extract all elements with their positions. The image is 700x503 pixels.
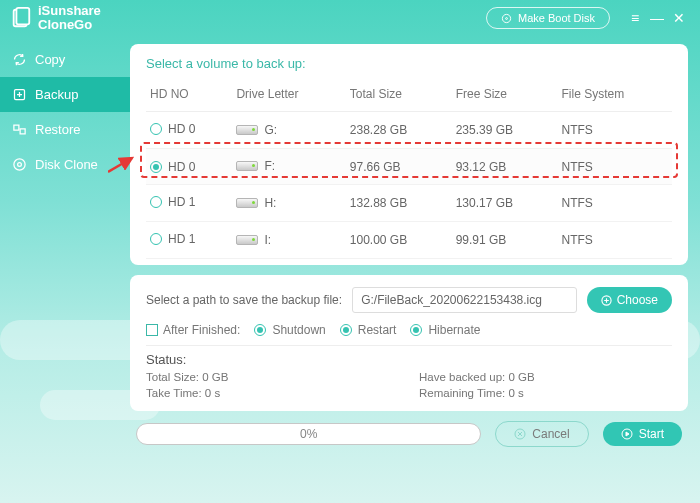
cell-fs: NTFS [558, 149, 673, 185]
radio-icon [150, 196, 162, 208]
cell-hd: HD 1 [168, 232, 195, 246]
title-bar: iSunshare CloneGo Make Boot Disk ≡ — ✕ [0, 0, 700, 36]
cell-total: 238.28 GB [346, 112, 452, 149]
opt-hibernate[interactable]: Hibernate [410, 323, 480, 337]
cell-letter: H: [264, 196, 276, 210]
brand-line2: CloneGo [38, 18, 101, 32]
sidebar-item-copy[interactable]: Copy [0, 42, 130, 77]
sidebar-item-backup[interactable]: Backup [0, 77, 130, 112]
cell-total: 100.00 GB [346, 222, 452, 259]
radio-icon [150, 161, 162, 173]
sidebar-label-backup: Backup [35, 87, 78, 102]
sidebar-label-restore: Restore [35, 122, 81, 137]
svg-rect-5 [14, 125, 19, 130]
save-path-input[interactable] [352, 287, 577, 313]
progress-text: 0% [300, 427, 317, 441]
choose-button[interactable]: Choose [587, 287, 672, 313]
drive-icon [236, 198, 258, 208]
status-header: Status: [146, 352, 672, 367]
restore-icon [12, 122, 27, 137]
cell-free: 99.91 GB [452, 222, 558, 259]
sidebar-item-diskclone[interactable]: Disk Clone [0, 147, 130, 182]
app-logo-icon [10, 7, 32, 29]
save-path-label: Select a path to save the backup file: [146, 293, 342, 307]
cell-letter: G: [264, 123, 277, 137]
status-total: Total Size: 0 GB [146, 371, 399, 383]
refresh-icon [12, 52, 27, 67]
choose-label: Choose [617, 293, 658, 307]
cell-total: 97.66 GB [346, 149, 452, 185]
close-button[interactable]: ✕ [668, 10, 690, 26]
volume-row[interactable]: HD 1 H: 132.88 GB 130.17 GB NTFS [146, 185, 672, 222]
cell-hd: HD 0 [168, 160, 195, 174]
cancel-button[interactable]: Cancel [495, 421, 588, 447]
sidebar: Copy Backup Restore Disk Clone [0, 36, 130, 503]
progress-bar: 0% [136, 423, 481, 445]
cell-fs: NTFS [558, 222, 673, 259]
cell-hd: HD 1 [168, 195, 195, 209]
cell-fs: NTFS [558, 185, 673, 222]
volume-panel: Select a volume to back up: HD NO Drive … [130, 44, 688, 265]
cancel-label: Cancel [532, 427, 569, 441]
cancel-icon [514, 428, 526, 440]
status-remain: Remaining Time: 0 s [419, 387, 672, 399]
svg-point-3 [506, 17, 508, 19]
cell-letter: F: [264, 159, 275, 173]
after-finished-label: After Finished: [163, 323, 240, 337]
col-fs: File System [558, 81, 673, 112]
cell-fs: NTFS [558, 112, 673, 149]
sidebar-label-copy: Copy [35, 52, 65, 67]
make-boot-disk-button[interactable]: Make Boot Disk [486, 7, 610, 29]
status-take: Take Time: 0 s [146, 387, 399, 399]
volume-table: HD NO Drive Letter Total Size Free Size … [146, 81, 672, 259]
minimize-button[interactable]: — [646, 10, 668, 26]
status-backed: Have backed up: 0 GB [419, 371, 672, 383]
radio-icon [254, 324, 266, 336]
opt-restart[interactable]: Restart [340, 323, 397, 337]
sidebar-label-diskclone: Disk Clone [35, 157, 98, 172]
cell-letter: I: [264, 233, 271, 247]
opt-shutdown[interactable]: Shutdown [254, 323, 325, 337]
menu-button[interactable]: ≡ [624, 10, 646, 26]
col-hdno: HD NO [146, 81, 232, 112]
volume-row[interactable]: HD 0 G: 238.28 GB 235.39 GB NTFS [146, 112, 672, 149]
cell-hd: HD 0 [168, 122, 195, 136]
svg-rect-6 [20, 129, 25, 134]
svg-point-2 [502, 14, 510, 22]
cell-free: 93.12 GB [452, 149, 558, 185]
col-letter: Drive Letter [232, 81, 345, 112]
volume-title: Select a volume to back up: [146, 56, 672, 71]
radio-icon [150, 233, 162, 245]
after-finished-checkbox[interactable] [146, 324, 158, 336]
opt-label: Shutdown [272, 323, 325, 337]
col-total: Total Size [346, 81, 452, 112]
plus-icon [601, 295, 612, 306]
drive-icon [236, 125, 258, 135]
svg-rect-1 [16, 8, 29, 25]
radio-icon [150, 123, 162, 135]
make-boot-label: Make Boot Disk [518, 12, 595, 24]
cell-free: 130.17 GB [452, 185, 558, 222]
radio-icon [410, 324, 422, 336]
sidebar-item-restore[interactable]: Restore [0, 112, 130, 147]
opt-label: Hibernate [428, 323, 480, 337]
svg-point-8 [18, 163, 22, 167]
disc-icon [501, 13, 512, 24]
play-icon [621, 428, 633, 440]
volume-row[interactable]: HD 1 I: 100.00 GB 99.91 GB NTFS [146, 222, 672, 259]
svg-point-7 [14, 159, 25, 170]
radio-icon [340, 324, 352, 336]
start-label: Start [639, 427, 664, 441]
drive-icon [236, 235, 258, 245]
start-button[interactable]: Start [603, 422, 682, 446]
output-panel: Select a path to save the backup file: C… [130, 275, 688, 411]
volume-row[interactable]: HD 0 F: 97.66 GB 93.12 GB NTFS [146, 149, 672, 185]
cell-total: 132.88 GB [346, 185, 452, 222]
brand: iSunshare CloneGo [10, 4, 486, 33]
brand-line1: iSunshare [38, 4, 101, 18]
backup-icon [12, 87, 27, 102]
cell-free: 235.39 GB [452, 112, 558, 149]
footer: 0% Cancel Start [130, 421, 688, 447]
opt-label: Restart [358, 323, 397, 337]
col-free: Free Size [452, 81, 558, 112]
